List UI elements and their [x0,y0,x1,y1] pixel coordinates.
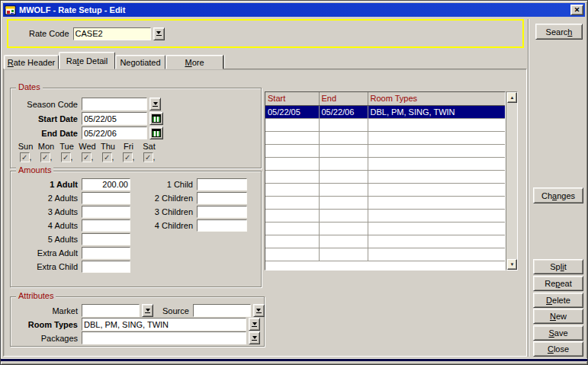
end-date-input[interactable] [82,126,147,139]
day-suffix: , [50,153,53,162]
table-row[interactable] [265,144,506,157]
season-code-lov-button[interactable] [149,98,161,110]
table-row[interactable] [265,118,506,131]
day-label-wed: Wed [77,142,98,151]
day-checkbox-fri[interactable]: ✓ [123,152,133,162]
rate-code-lov-button[interactable] [153,27,165,40]
table-row[interactable] [265,248,506,261]
rate-code-frame: Rate Code [7,19,524,48]
room-types-input[interactable] [82,318,246,331]
market-input[interactable] [82,304,140,317]
tab-negotiated[interactable]: Negotiated [115,55,165,69]
search-button[interactable]: Search [535,24,583,40]
end-date-calendar-button[interactable] [149,126,163,139]
day-checkbox-tue[interactable]: ✓ [61,152,71,162]
amount-2-children-input[interactable] [197,192,247,204]
tab-rate-detail[interactable]: Rate Detail [59,52,115,69]
app-icon [5,5,16,16]
table-row[interactable] [265,235,506,248]
rate-setup-window: MWOLF - Rate Setup - Edit ✕ Rate Code Ra… [0,0,588,365]
lov-bar-icon [153,106,158,107]
table-row[interactable] [265,196,506,209]
packages-input[interactable] [82,331,246,344]
table-row[interactable] [265,222,506,235]
amount-extra-child-input[interactable] [82,261,130,273]
lov-arrow-icon [256,309,261,312]
repeat-button[interactable]: Repeat [533,276,583,291]
table-row-selected[interactable]: 05/22/05 05/22/06 DBL, PM, SING, TWIN [265,105,506,118]
tab-more[interactable]: More [165,55,223,69]
table-cell [265,248,319,261]
room-types-lov-button[interactable] [249,318,260,331]
start-date-input[interactable] [82,112,147,125]
close-button[interactable]: Close [533,341,583,357]
calendar-icon [152,129,161,137]
table-cell [319,222,368,235]
window-title: MWOLF - Rate Setup - Edit [19,5,125,14]
packages-lov-button[interactable] [249,331,260,344]
table-cell [319,183,368,196]
grid-scrollbar[interactable]: ▲ ▼ [506,91,518,271]
tab-label: More [185,58,204,67]
season-code-input[interactable] [82,98,147,110]
amount-4-children-label: 4 Children [110,221,193,230]
rate-code-input[interactable] [73,27,151,40]
day-label-sat: Sat [139,142,159,151]
day-label-thu: Thu [98,142,118,151]
tab-label: Rate Header [8,58,55,67]
table-row[interactable] [265,131,506,144]
attributes-group: Attributes Market Source Room Types [10,296,265,347]
table-cell [319,235,368,248]
cell-end: 05/22/06 [319,105,368,118]
split-button[interactable]: Split [533,259,583,274]
save-button[interactable]: Save [533,325,583,341]
day-checkbox-wed[interactable]: ✓ [82,152,92,162]
grid-frame: Start End Room Types 05/22/05 05/22/06 D… [265,91,506,271]
cell-room-types: DBL, PM, SING, TWIN [368,105,506,118]
scroll-down-icon[interactable]: ▼ [507,259,517,270]
table-cell [368,144,506,157]
amount-5-adults-input[interactable] [82,233,130,245]
amount-extra-adult-label: Extra Adult [11,248,78,258]
table-row[interactable] [265,157,506,170]
table-cell [265,222,319,235]
amounts-legend: Amounts [16,165,53,174]
new-button[interactable]: New [533,309,583,324]
amount-1-child-label: 1 Child [110,180,193,189]
day-checkbox-sun[interactable]: ✓ [20,152,30,162]
table-cell [368,183,506,196]
table-row[interactable] [265,209,506,222]
table-cell [319,131,368,144]
source-label: Source [162,306,189,315]
title-bar: MWOLF - Rate Setup - Edit ✕ [3,3,585,17]
source-input[interactable] [193,304,251,317]
table-cell [368,118,506,131]
day-checkbox-thu[interactable]: ✓ [102,152,112,162]
day-label-fri: Fri [118,142,139,151]
market-lov-button[interactable] [142,304,153,317]
close-icon[interactable]: ✕ [570,5,583,15]
rate-detail-tab-panel: Dates Season Code Start Date End Date [3,69,527,357]
changes-button[interactable]: Changes [533,187,583,203]
table-cell [319,248,368,261]
day-suffix: , [112,153,114,162]
column-header-end: End [319,92,368,105]
table-cell [319,196,368,209]
day-checkbox-sat[interactable]: ✓ [143,152,153,162]
delete-button[interactable]: Delete [533,293,583,308]
tab-rate-header[interactable]: Rate Header [4,55,59,69]
table-row[interactable] [265,183,506,196]
table-cell [265,235,319,248]
scroll-up-icon[interactable]: ▲ [507,92,517,103]
amount-2-adults-label: 2 Adults [11,194,78,203]
dates-legend: Dates [16,82,43,91]
table-cell [368,131,506,144]
table-row[interactable] [265,170,506,183]
start-date-calendar-button[interactable] [149,112,163,125]
amount-4-children-input[interactable] [197,219,247,232]
amount-3-children-input[interactable] [197,206,247,218]
day-checkbox-mon[interactable]: ✓ [40,152,50,162]
source-lov-button[interactable] [253,304,265,317]
amount-extra-adult-input[interactable] [82,247,130,259]
amount-1-child-input[interactable] [197,178,247,191]
